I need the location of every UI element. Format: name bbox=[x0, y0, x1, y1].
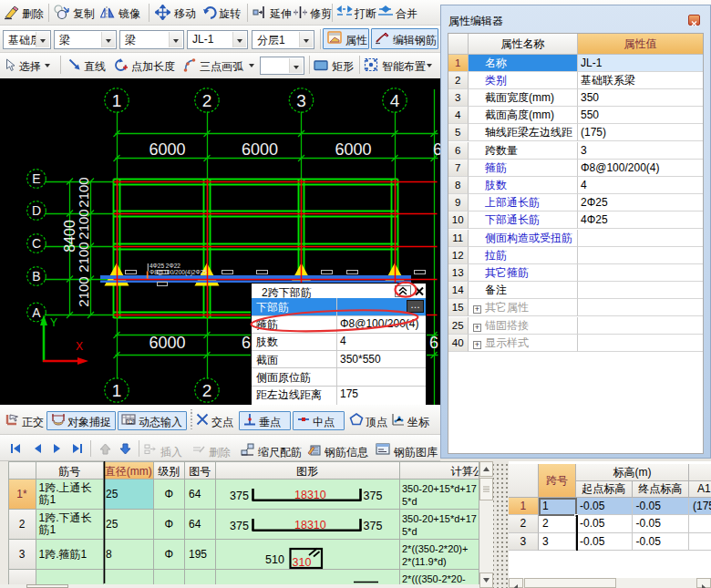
svg-text:Y: Y bbox=[50, 316, 57, 329]
svg-text:C: C bbox=[32, 236, 41, 251]
svg-text:6000: 6000 bbox=[149, 334, 185, 352]
svg-text:6: 6 bbox=[429, 334, 438, 352]
svg-text:6000: 6000 bbox=[149, 140, 185, 159]
svg-text:1: 1 bbox=[112, 381, 122, 400]
svg-text:6000: 6000 bbox=[242, 140, 278, 159]
svg-text:D: D bbox=[32, 203, 41, 218]
svg-text:3: 3 bbox=[296, 91, 306, 110]
svg-text:Φ8@100/200(4)2Φ25: Φ8@100/200(4)2Φ25 bbox=[149, 269, 207, 276]
svg-text:2: 2 bbox=[202, 91, 212, 110]
svg-text:6000: 6000 bbox=[335, 140, 371, 159]
svg-text:2100: 2100 bbox=[76, 276, 91, 306]
svg-text:2: 2 bbox=[202, 381, 212, 400]
svg-text:2100: 2100 bbox=[76, 242, 91, 272]
svg-text:A: A bbox=[32, 305, 41, 320]
svg-text:4: 4 bbox=[390, 91, 400, 110]
svg-text:X: X bbox=[76, 340, 83, 353]
svg-text:2100: 2100 bbox=[76, 177, 91, 207]
svg-text:1: 1 bbox=[112, 91, 122, 110]
svg-text:B: B bbox=[32, 269, 40, 284]
svg-text:60: 60 bbox=[433, 140, 440, 159]
svg-text:E: E bbox=[32, 171, 40, 186]
svg-text:2100: 2100 bbox=[76, 209, 91, 239]
svg-text:12: 12 bbox=[128, 419, 133, 425]
